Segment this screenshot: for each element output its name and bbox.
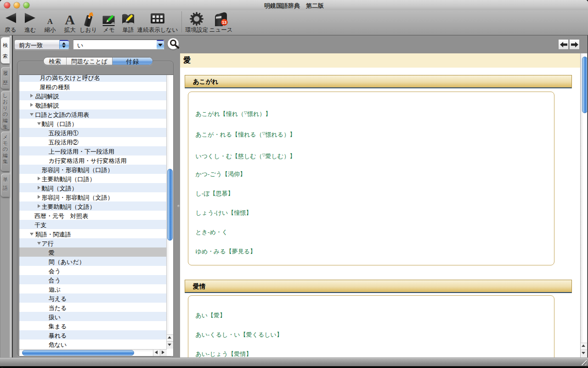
svg-text:13: 13 [222,20,226,25]
